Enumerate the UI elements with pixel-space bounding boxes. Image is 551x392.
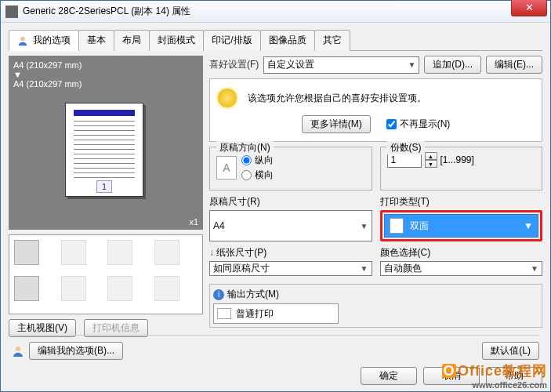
person-icon <box>12 345 24 358</box>
chevron-down-icon: ▼ <box>408 60 415 69</box>
copies-range: [1...999] <box>440 154 474 165</box>
orientation-label: 原稿方向(N) <box>216 141 274 154</box>
preview-arrow-icon: ▼ <box>13 70 198 79</box>
tab-cover-mode[interactable]: 封面模式 <box>149 30 204 51</box>
orientation-fieldset: 原稿方向(N) A 纵向 横向 <box>209 147 372 191</box>
output-panel: i 输出方式(M) 普通打印 <box>209 284 542 328</box>
copies-label: 份数(S) <box>387 141 425 154</box>
tab-my-options[interactable]: 我的选项 <box>9 30 79 51</box>
orientation-icon: A <box>216 156 237 180</box>
tip-text: 该选项允许您根据自己的喜好安排设置项。 <box>248 92 426 105</box>
printer-icon <box>5 5 18 18</box>
spin-up-icon[interactable]: ▲ <box>425 152 437 160</box>
edit-my-options-button[interactable]: 编辑我的选项(B)... <box>29 342 123 360</box>
edit-button[interactable]: 编辑(E)... <box>486 56 542 74</box>
feature-icon[interactable] <box>61 276 86 301</box>
watermark: OOffice教程网 www.office26.com <box>442 361 547 390</box>
tab-other[interactable]: 其它 <box>314 30 350 51</box>
more-details-button[interactable]: 更多详情(M) <box>302 115 371 133</box>
tab-basic[interactable]: 基本 <box>78 30 114 51</box>
output-select[interactable]: 普通打印 <box>213 303 339 324</box>
color-label: 颜色选择(C) <box>380 246 543 260</box>
preview-page: 1 <box>65 103 143 197</box>
chevron-down-icon: ▼ <box>361 264 368 273</box>
original-size-select[interactable]: A4 ▼ <box>209 210 372 241</box>
settings-column: 喜好设置(F) 自定义设置 ▼ 追加(D)... 编辑(E)... 该选项允许您… <box>209 56 542 337</box>
tab-layout[interactable]: 布局 <box>114 30 150 51</box>
feature-icon[interactable] <box>14 240 39 265</box>
chevron-down-icon: ▼ <box>531 264 538 273</box>
preview-size-to: A4 (210x297 mm) <box>13 79 198 89</box>
ok-button[interactable]: 确定 <box>361 367 417 385</box>
preview-scale: x1 <box>189 217 198 227</box>
prefs-select[interactable]: 自定义设置 ▼ <box>263 56 419 74</box>
defaults-button[interactable]: 默认值(L) <box>482 342 539 360</box>
print-type-label: 打印类型(T) <box>380 195 543 209</box>
output-label: 输出方式(M) <box>227 288 279 301</box>
titlebar: Generic 28C-2SeriesPCL (副本 14) 属性 ✕ <box>1 1 550 23</box>
feature-icon[interactable] <box>154 240 179 265</box>
feature-icon[interactable] <box>107 240 132 265</box>
feature-icon-panel <box>9 234 203 314</box>
tip-box: 该选项允许您根据自己的喜好安排设置项。 更多详情(M) 不再显示(N) <box>209 78 542 142</box>
info-icon: i <box>213 289 224 300</box>
preview-page-number: 1 <box>96 180 112 193</box>
print-type-select[interactable]: 双面 ▼ <box>384 214 539 238</box>
annotation-highlight: 双面 ▼ <box>380 210 543 241</box>
dialog-window: Generic 28C-2SeriesPCL (副本 14) 属性 ✕ 我的选项… <box>0 0 551 392</box>
copies-fieldset: 份数(S) ▲▼ [1...999] <box>380 147 543 191</box>
person-icon <box>17 35 28 46</box>
svg-point-1 <box>16 347 20 351</box>
tab-bar: 我的选项 基本 布局 封面模式 印记/排版 图像品质 其它 <box>9 29 542 51</box>
close-icon: ✕ <box>525 2 534 13</box>
spin-down-icon[interactable]: ▼ <box>425 160 437 168</box>
preview-column: A4 (210x297 mm) ▼ A4 (210x297 mm) 1 x1 <box>9 56 203 337</box>
preview-size-from: A4 (210x297 mm) <box>13 60 198 70</box>
close-button[interactable]: ✕ <box>511 0 547 16</box>
content-area: 我的选项 基本 布局 封面模式 印记/排版 图像品质 其它 A4 (210x29… <box>1 23 550 337</box>
prefs-label: 喜好设置(F) <box>209 58 259 71</box>
color-select[interactable]: 自动颜色 ▼ <box>380 261 543 276</box>
feature-icon[interactable] <box>61 240 86 265</box>
window-title: Generic 28C-2SeriesPCL (副本 14) 属性 <box>23 5 190 18</box>
tab-stamp[interactable]: 印记/排版 <box>203 30 260 51</box>
chevron-down-icon: ▼ <box>524 220 533 231</box>
dialog-action-row: 编辑我的选项(B)... 默认值(L) <box>12 335 539 360</box>
paper-size-select[interactable]: 如同原稿尺寸 ▼ <box>209 261 372 276</box>
chevron-down-icon: ▼ <box>361 222 368 230</box>
preview-box: A4 (210x297 mm) ▼ A4 (210x297 mm) 1 x1 <box>9 56 203 230</box>
lightbulb-icon <box>218 89 237 107</box>
tab-image-quality[interactable]: 图像品质 <box>260 30 315 51</box>
original-size-label: 原稿尺寸(R) <box>209 195 372 209</box>
landscape-radio[interactable]: 横向 <box>241 169 274 182</box>
svg-point-0 <box>20 37 24 41</box>
dont-show-input[interactable] <box>386 119 397 129</box>
copies-spinner[interactable]: ▲▼ <box>425 152 437 168</box>
paper-size-label: ↓ 纸张尺寸(P) <box>209 246 372 260</box>
duplex-icon <box>390 218 404 234</box>
feature-icon[interactable] <box>14 276 39 301</box>
dont-show-checkbox[interactable]: 不再显示(N) <box>386 118 451 131</box>
watermark-icon: O <box>442 364 456 378</box>
feature-icon[interactable] <box>154 276 179 301</box>
add-button[interactable]: 追加(D)... <box>424 56 481 74</box>
portrait-radio[interactable]: 纵向 <box>241 154 274 167</box>
feature-icon[interactable] <box>107 276 132 301</box>
copies-input[interactable] <box>387 152 422 168</box>
printer-small-icon <box>217 308 231 319</box>
